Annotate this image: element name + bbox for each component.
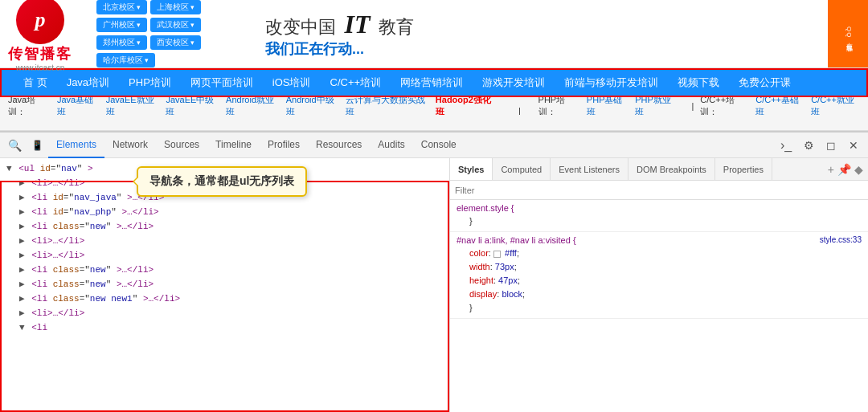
css-prop-color: color: #fff;	[457, 247, 862, 260]
dom-line[interactable]: ▼ <li	[0, 320, 449, 335]
styles-tab-properties[interactable]: Properties	[715, 158, 772, 180]
triangle-icon: ▶	[19, 294, 25, 304]
campus-harbin[interactable]: 哈尔库校区	[96, 53, 155, 67]
styles-tabs-bar: Styles Computed Event Listeners DOM Brea…	[450, 158, 868, 181]
devtools-main: 导航条，通常都是ul无序列表 ▼ <ul id="nav" > ▶ <li>…<…	[0, 158, 868, 412]
dom-line[interactable]: ▶ <li class="new new1" >…</li>	[0, 292, 449, 306]
styles-tab-event-listeners[interactable]: Event Listeners	[551, 158, 628, 180]
campus-beijing[interactable]: 北京校区	[96, 0, 147, 14]
nav-marketing[interactable]: 网络营销培训	[391, 68, 473, 97]
devtools-container: 🔍 📱 Elements Network Sources Timeline Pr…	[0, 131, 868, 412]
tab-elements[interactable]: Elements	[48, 133, 104, 158]
css-prop-display: display: block;	[457, 288, 862, 301]
triangle-icon: ▼	[6, 164, 12, 173]
close-btn[interactable]: ✕	[842, 134, 865, 157]
tab-timeline[interactable]: Timeline	[207, 133, 260, 158]
nav-java[interactable]: Java培训	[57, 68, 119, 97]
slogan-suffix: 教育	[379, 17, 414, 37]
nav-home[interactable]: 首 页	[14, 68, 57, 97]
nav-ios[interactable]: iOS培训	[263, 68, 321, 97]
campus-wuhan[interactable]: 武汉校区	[150, 18, 201, 32]
css-source[interactable]: style.css:33	[820, 235, 862, 244]
nav-video[interactable]: 视频下载	[668, 68, 729, 97]
qq-badge[interactable]: QQ在线客服	[828, 0, 868, 67]
triangle-icon: ▶	[19, 308, 25, 318]
tab-sources[interactable]: Sources	[156, 133, 207, 158]
logo-area: p 传智播客 www.itcast.cn	[8, 0, 72, 72]
java-basic[interactable]: Java基础班	[57, 97, 100, 115]
pin-icon[interactable]: 📌	[837, 163, 851, 176]
triangle-icon: ▶	[19, 222, 25, 231]
nav-cpp[interactable]: C/C++培训	[321, 68, 391, 97]
campus-guangzhou[interactable]: 广州校区	[96, 18, 147, 32]
css-selector-element: element.style {	[457, 203, 862, 213]
nav-web[interactable]: 网页平面培训	[181, 68, 263, 97]
php-job[interactable]: PHP就业班	[635, 97, 677, 115]
android-job[interactable]: Android就业班	[226, 97, 280, 115]
dom-line[interactable]: ▶ <li>…</li>	[0, 306, 449, 320]
java-ee-job[interactable]: JavaEE就业班	[106, 97, 160, 115]
mobile-icon-btn[interactable]: 📱	[26, 134, 48, 157]
dom-line[interactable]: ▶ <li class="new" >…</li>	[0, 219, 449, 234]
php-basic[interactable]: PHP基础班	[587, 97, 628, 115]
console-drawer-btn[interactable]: ›_	[775, 134, 797, 157]
color-picker-icon[interactable]: ◆	[854, 163, 863, 176]
css-selector-nav: #nav li a:link, #nav li a:visited { styl…	[457, 235, 862, 245]
filter-input[interactable]	[455, 186, 863, 195]
dom-line[interactable]: ▶ <li>…</li>	[0, 234, 449, 248]
site-nav: 首 页 Java培训 PHP培训 网页平面培训 iOS培训 C/C++培训 网络…	[0, 68, 868, 97]
filter-bar	[450, 181, 868, 200]
java-ee-mid[interactable]: JavaEE中级班	[166, 97, 219, 115]
dom-line[interactable]: ▶ <li class="new" >…</li>	[0, 277, 449, 292]
triangle-icon: ▼	[19, 323, 25, 332]
nav-game[interactable]: 游戏开发培训	[473, 68, 555, 97]
campus-xian[interactable]: 西安校区	[150, 35, 201, 50]
settings-btn[interactable]: ⚙	[797, 134, 820, 157]
nav-php[interactable]: PHP培训	[119, 68, 181, 97]
tab-network[interactable]: Network	[104, 133, 156, 158]
slogan-prefix: 改变中国	[265, 17, 336, 37]
dom-line[interactable]: ▶ <li>…</li>	[0, 248, 449, 263]
triangle-icon: ▶	[19, 265, 25, 275]
cpp-label: C/C++培训：	[700, 97, 749, 115]
cpp-basic[interactable]: C/C++基础班	[755, 97, 805, 115]
campus-zhengzhou[interactable]: 郑州校区	[96, 35, 147, 50]
triangle-icon: ▶	[19, 207, 25, 217]
tab-console[interactable]: Console	[413, 133, 465, 158]
nav-free[interactable]: 免费公开课	[729, 68, 800, 97]
callout-tooltip: 导航条，通常都是ul无序列表	[137, 166, 307, 197]
tab-audits2[interactable]: Audits	[370, 133, 412, 158]
styles-tab-computed[interactable]: Computed	[493, 158, 551, 180]
hadoop[interactable]: Hadoop2强化班	[436, 97, 496, 115]
styles-tab-dom-breakpoints[interactable]: DOM Breakpoints	[628, 158, 715, 180]
brand-name: 传智播客	[8, 44, 72, 63]
logo-circle: p	[16, 0, 64, 44]
css-prop-height: height: 47px;	[457, 274, 862, 288]
styles-panel: Styles Computed Event Listeners DOM Brea…	[450, 158, 868, 412]
cpp-job[interactable]: C/C++就业班	[811, 97, 860, 115]
search-icon-btn[interactable]: 🔍	[3, 134, 26, 157]
color-swatch[interactable]	[493, 251, 501, 258]
tab-audits[interactable]: Resources	[308, 133, 370, 158]
sub-nav: Java培训： Java基础班 JavaEE就业班 JavaEE中级班 Andr…	[0, 97, 868, 115]
dom-line[interactable]: ▶ <li class="new" >…</li>	[0, 263, 449, 277]
php-training-label: PHP培训：	[538, 97, 580, 115]
slogan-line2: 我们正在行动...	[265, 39, 860, 59]
qq-label: QQ在线客服	[844, 27, 853, 41]
campus-selectors: 北京校区 上海校区 广州校区 武汉校区 郑州校区 西安校区 哈尔库校区	[96, 0, 241, 67]
php-label: |	[518, 97, 525, 115]
triangle-icon: ▶	[19, 279, 25, 289]
android-mid[interactable]: Android中级班	[286, 97, 340, 115]
styles-tab-styles[interactable]: Styles	[450, 158, 493, 180]
bigdata[interactable]: 云计算与大数据实战班	[346, 97, 428, 115]
triangle-icon: ▶	[19, 251, 25, 260]
dom-line[interactable]: ▶ <li id="nav_php" >…</li>	[0, 205, 449, 219]
triangle-icon: ▶	[19, 178, 25, 188]
css-closing: }	[457, 214, 862, 228]
campus-shanghai[interactable]: 上海校区	[150, 0, 201, 14]
nav-mobile[interactable]: 前端与移动开发培训	[555, 68, 668, 97]
site-header: p 传智播客 www.itcast.cn 北京校区 上海校区 广州校区 武汉校区…	[0, 0, 868, 68]
tab-resources[interactable]: Profiles	[260, 133, 308, 158]
dock-btn[interactable]: ◻	[820, 134, 842, 157]
add-style-icon[interactable]: +	[828, 163, 834, 176]
